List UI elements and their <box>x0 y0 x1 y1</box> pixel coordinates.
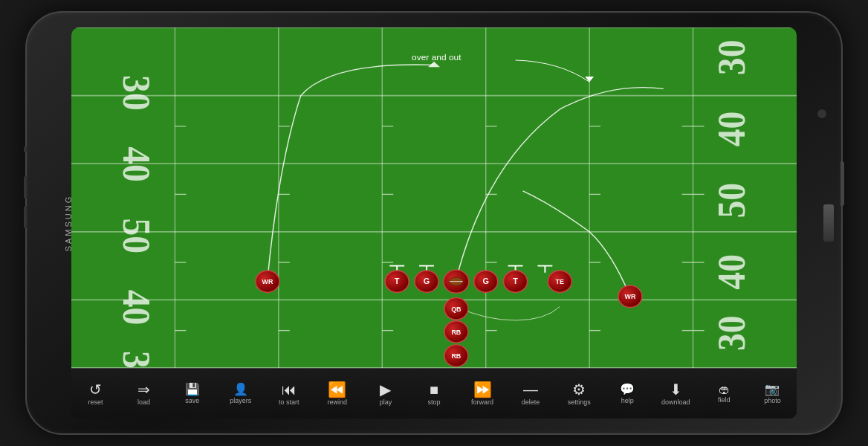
download-icon: ⬇ <box>670 382 682 397</box>
svg-text:50: 50 <box>710 183 753 219</box>
photo-label: photo <box>764 397 781 404</box>
svg-text:50: 50 <box>114 218 157 253</box>
football-field[interactable]: 30 40 50 40 30 30 40 50 40 30 <box>71 28 797 368</box>
svg-point-82 <box>444 345 468 366</box>
home-button[interactable] <box>823 204 834 242</box>
field-icon: 🏟 <box>719 384 730 395</box>
players-label: players <box>230 397 251 404</box>
to-start-button[interactable]: ⏮ to start <box>265 369 313 418</box>
svg-text:RB: RB <box>451 329 461 336</box>
play-button[interactable]: ▶ play <box>361 369 409 418</box>
svg-text:RB: RB <box>451 353 461 361</box>
svg-text:G: G <box>482 277 489 285</box>
stop-button[interactable]: ■ stop <box>409 369 458 418</box>
delete-button[interactable]: — delete <box>507 369 555 418</box>
svg-text:40: 40 <box>114 146 157 182</box>
svg-text:30: 30 <box>710 315 753 351</box>
field-button[interactable]: 🏟 field <box>700 369 748 418</box>
help-button[interactable]: 💬 help <box>603 369 652 418</box>
camera-lens <box>817 109 826 118</box>
svg-point-78 <box>444 298 468 320</box>
side-button-right[interactable] <box>841 161 844 206</box>
load-label: load <box>137 398 150 406</box>
svg-point-61 <box>256 271 279 292</box>
forward-icon: ⏩ <box>473 382 492 397</box>
players-button[interactable]: 👤 players <box>216 369 265 418</box>
photo-icon: 📷 <box>765 384 780 395</box>
stop-icon: ■ <box>430 382 438 397</box>
svg-text:G: G <box>424 277 430 285</box>
svg-text:T: T <box>395 277 400 285</box>
svg-text:40: 40 <box>710 254 753 290</box>
to-start-label: to start <box>279 398 299 406</box>
phone-body: SAMSUNG <box>25 11 843 435</box>
field-label: field <box>718 396 731 404</box>
save-label: save <box>185 397 199 404</box>
rewind-icon: ⏪ <box>328 382 346 397</box>
settings-icon: ⚙ <box>572 382 586 397</box>
stop-label: stop <box>427 398 440 406</box>
save-icon: 💾 <box>185 384 200 395</box>
load-icon: ⇒ <box>137 382 150 397</box>
svg-point-72 <box>504 271 528 292</box>
svg-text:30: 30 <box>114 75 157 111</box>
play-icon: ▶ <box>380 382 391 397</box>
svg-text:TE: TE <box>556 279 565 286</box>
help-label: help <box>621 397 634 404</box>
toolbar: ↺ reset ⇒ load 💾 save 👤 players ⏮ to sta… <box>71 368 797 418</box>
svg-text:WR: WR <box>624 294 636 301</box>
svg-point-63 <box>385 271 409 292</box>
svg-point-67 <box>444 270 469 293</box>
svg-point-74 <box>548 271 571 292</box>
download-button[interactable]: ⬇ download <box>652 369 700 418</box>
svg-point-70 <box>474 271 498 292</box>
svg-text:40: 40 <box>710 112 753 147</box>
screen: 30 40 50 40 30 30 40 50 40 30 <box>71 28 797 418</box>
rewind-label: rewind <box>328 398 348 406</box>
to-start-icon: ⏮ <box>282 382 297 397</box>
delete-label: delete <box>522 398 540 406</box>
svg-text:QB: QB <box>451 306 461 313</box>
svg-marker-50 <box>428 62 440 67</box>
svg-point-68 <box>450 277 463 285</box>
side-button-vol-up[interactable] <box>24 176 27 198</box>
reset-button[interactable]: ↺ reset <box>71 369 120 418</box>
svg-text:T: T <box>513 277 518 285</box>
side-button-vol-down[interactable] <box>24 206 27 228</box>
svg-text:WR: WR <box>262 279 273 286</box>
svg-text:30: 30 <box>114 351 157 368</box>
rewind-button[interactable]: ⏪ rewind <box>313 369 361 418</box>
settings-button[interactable]: ⚙ settings <box>555 369 603 418</box>
players-icon: 👤 <box>233 384 248 395</box>
forward-label: forward <box>471 398 493 406</box>
side-button-power[interactable] <box>24 146 27 152</box>
svg-point-80 <box>444 321 468 343</box>
svg-text:over and out: over and out <box>412 53 461 61</box>
delete-icon: — <box>523 382 538 397</box>
settings-label: settings <box>568 398 591 406</box>
help-icon: 💬 <box>620 384 635 395</box>
svg-marker-60 <box>585 77 594 82</box>
svg-point-76 <box>618 285 642 307</box>
field-svg: 30 40 50 40 30 30 40 50 40 30 <box>71 28 797 368</box>
svg-point-65 <box>415 271 438 292</box>
load-button[interactable]: ⇒ load <box>120 369 168 418</box>
download-label: download <box>661 398 690 406</box>
play-label: play <box>380 398 392 406</box>
save-button[interactable]: 💾 save <box>168 369 216 418</box>
photo-button[interactable]: 📷 photo <box>748 369 797 418</box>
svg-text:30: 30 <box>710 39 753 75</box>
svg-text:40: 40 <box>114 290 157 326</box>
reset-icon: ↺ <box>89 382 102 397</box>
forward-button[interactable]: ⏩ forward <box>459 369 507 418</box>
reset-label: reset <box>88 398 103 406</box>
